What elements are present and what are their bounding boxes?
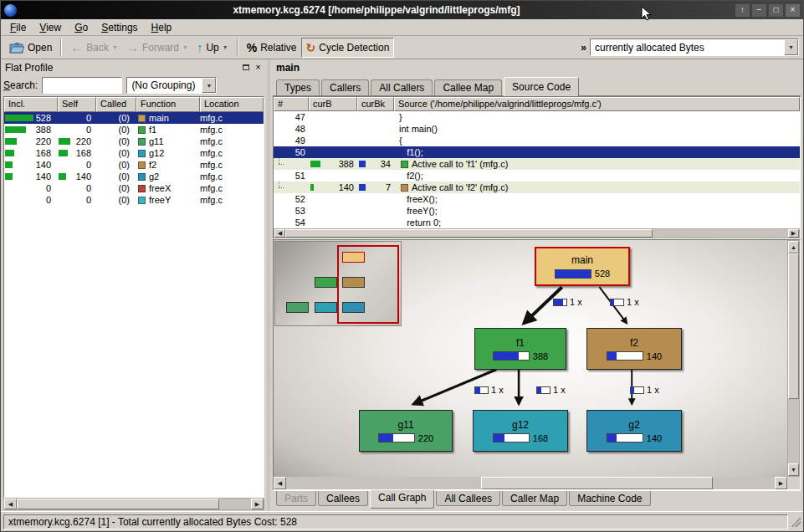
tab-call-graph[interactable]: Call Graph bbox=[370, 490, 434, 509]
tab-types[interactable]: Types bbox=[276, 79, 320, 95]
column-header-function[interactable]: Function bbox=[136, 97, 200, 112]
cost-bar bbox=[536, 386, 551, 394]
flat-profile-panel: Flat Profile × Search: (No Grouping) ▼ I… bbox=[1, 59, 267, 511]
minimize-button[interactable]: − bbox=[752, 4, 766, 17]
scroll-right-icon[interactable]: ▶ bbox=[251, 499, 264, 509]
tab-callees[interactable]: Callees bbox=[318, 491, 368, 506]
source-call-annotation[interactable]: 140 7 Active call to 'f2' (mfg.c) bbox=[274, 182, 800, 193]
back-dropdown-icon: ▼ bbox=[112, 44, 118, 50]
source-line[interactable]: 47 } bbox=[274, 111, 800, 123]
column-header-source[interactable]: Source ('/home/philippe/valgrind/littlep… bbox=[394, 97, 800, 111]
column-header-called[interactable]: Called bbox=[96, 97, 136, 112]
menu-help[interactable]: Help bbox=[145, 20, 179, 35]
source-line[interactable]: 54 return 0; bbox=[274, 217, 800, 228]
graph-node-g12[interactable]: g12 168 bbox=[473, 410, 568, 452]
row-f1[interactable]: 388 0 (0) f1 mfg.c bbox=[4, 124, 264, 136]
tab-callee-map[interactable]: Callee Map bbox=[434, 79, 502, 95]
graph-node-g2[interactable]: g2 140 bbox=[586, 410, 682, 452]
scrollbar-thumb[interactable] bbox=[481, 477, 712, 489]
source-line-selected[interactable]: 50 f1(); bbox=[274, 146, 800, 158]
overview-node-g11 bbox=[286, 302, 309, 313]
tab-source-code[interactable]: Source Code bbox=[504, 77, 579, 96]
tab-all-callers[interactable]: All Callers bbox=[371, 79, 433, 95]
event-type-selector[interactable]: currently allocated Bytes ▼ bbox=[590, 38, 799, 56]
cycle-detection-button[interactable]: ↻ Cycle Detection bbox=[301, 38, 395, 58]
close-button[interactable]: × bbox=[786, 4, 800, 17]
graph-overview[interactable] bbox=[274, 241, 402, 326]
horizontal-scrollbar[interactable]: ◀ ▶ bbox=[274, 228, 800, 238]
title-bar[interactable]: xtmemory.kcg.6274 [/home/philippe/valgri… bbox=[1, 1, 803, 19]
column-header-self[interactable]: Self bbox=[58, 97, 96, 112]
scrollbar-thumb[interactable] bbox=[285, 229, 653, 238]
dock-float-button[interactable] bbox=[239, 62, 252, 74]
source-line[interactable]: 53 freeY(); bbox=[274, 205, 800, 217]
horizontal-scrollbar[interactable]: ◀ ▶ bbox=[274, 477, 787, 489]
row-g11[interactable]: 220 220 (0) g11 mfg.c bbox=[4, 136, 264, 147]
maximize-button[interactable]: □ bbox=[769, 4, 783, 17]
cost-bar bbox=[310, 184, 324, 191]
source-line[interactable]: 51 f2(); bbox=[274, 170, 800, 182]
scroll-right-icon[interactable]: ▶ bbox=[775, 477, 787, 489]
tab-caller-map[interactable]: Caller Map bbox=[502, 491, 567, 506]
scroll-left-icon[interactable]: ◀ bbox=[274, 477, 286, 489]
graph-node-main[interactable]: main 528 bbox=[535, 247, 630, 286]
column-header-incl[interactable]: Incl. bbox=[4, 97, 58, 112]
scroll-right-icon[interactable]: ▶ bbox=[788, 229, 799, 238]
call-graph-canvas[interactable]: 1 x 1 x 1 x 1 x 1 x bbox=[274, 240, 787, 477]
forward-button[interactable]: → Forward ▼ bbox=[122, 38, 192, 58]
column-header-curBk[interactable]: curBk bbox=[357, 97, 394, 111]
scroll-left-icon[interactable]: ◀ bbox=[274, 229, 285, 238]
grouping-selector[interactable]: (No Grouping) ▼ bbox=[126, 77, 217, 94]
detail-tab-bar: Types Callers All Callers Callee Map Sou… bbox=[273, 76, 801, 96]
dock-header: Flat Profile × bbox=[3, 60, 264, 74]
up-button[interactable]: ↑ Up ▼ bbox=[192, 38, 233, 58]
dock-close-button[interactable]: × bbox=[252, 62, 264, 74]
cost-bar bbox=[555, 269, 591, 279]
source-line[interactable]: 52 freeX(); bbox=[274, 193, 800, 205]
tab-machine-code[interactable]: Machine Code bbox=[569, 491, 650, 506]
scroll-up-icon[interactable]: ▲ bbox=[788, 241, 799, 253]
scroll-down-icon[interactable]: ▼ bbox=[788, 463, 799, 476]
row-g12[interactable]: 168 168 (0) g12 mfg.c bbox=[4, 147, 264, 159]
scrollbar-thumb[interactable] bbox=[788, 253, 799, 399]
source-line[interactable]: 49 { bbox=[274, 135, 800, 146]
tab-parts[interactable]: Parts bbox=[276, 491, 316, 506]
function-color-icon bbox=[138, 197, 146, 204]
shade-button[interactable]: ↑ bbox=[735, 4, 750, 17]
horizontal-scrollbar[interactable]: ◀ ▶ bbox=[3, 498, 264, 510]
row-g2[interactable]: 140 140 (0) g2 mfg.c bbox=[4, 171, 264, 182]
menu-file[interactable]: File bbox=[3, 20, 33, 35]
row-freeY[interactable]: 0 0 (0) freeY mfg.c bbox=[4, 194, 264, 206]
menu-settings[interactable]: Settings bbox=[95, 20, 144, 35]
column-header-line[interactable]: # bbox=[274, 97, 309, 111]
vertical-scrollbar[interactable]: ▲ ▼ bbox=[787, 240, 800, 477]
tab-all-callees[interactable]: All Callees bbox=[436, 491, 500, 506]
tab-callers[interactable]: Callers bbox=[321, 79, 369, 95]
back-button[interactable]: ← Back ▼ bbox=[66, 38, 122, 58]
graph-node-f1[interactable]: f1 388 bbox=[474, 328, 566, 370]
toolbar-overflow-button[interactable]: » bbox=[577, 40, 590, 55]
menu-go[interactable]: Go bbox=[68, 20, 95, 35]
row-f2[interactable]: 140 0 (0) f2 mfg.c bbox=[4, 159, 264, 171]
resize-grip[interactable] bbox=[791, 517, 801, 527]
source-line[interactable]: 48 int main() bbox=[274, 123, 800, 135]
source-body: 47 } 48 int main() 49 { bbox=[274, 111, 800, 228]
row-freeX[interactable]: 0 0 (0) freeX mfg.c bbox=[4, 182, 264, 194]
column-header-location[interactable]: Location bbox=[200, 97, 264, 112]
row-main[interactable]: 528 0 (0) main mfg.c bbox=[4, 112, 264, 124]
graph-node-g11[interactable]: g11 220 bbox=[359, 410, 453, 452]
edge-label-f1-g11: 1 x bbox=[474, 385, 504, 395]
search-input[interactable] bbox=[42, 77, 122, 94]
cost-bar bbox=[553, 299, 567, 306]
scroll-left-icon[interactable]: ◀ bbox=[4, 499, 17, 509]
graph-node-f2[interactable]: f2 140 bbox=[586, 328, 682, 370]
scrollbar-thumb[interactable] bbox=[17, 499, 219, 509]
cost-bar bbox=[630, 386, 644, 394]
menu-view[interactable]: View bbox=[33, 20, 68, 35]
column-header-curB[interactable]: curB bbox=[309, 97, 357, 111]
overview-viewport[interactable] bbox=[337, 245, 399, 324]
relative-button[interactable]: % Relative bbox=[243, 38, 301, 58]
up-dropdown-icon: ▼ bbox=[223, 44, 228, 50]
source-call-annotation[interactable]: 388 34 Active call to 'f1' (mfg.c) bbox=[274, 158, 800, 170]
open-button[interactable]: Open bbox=[5, 38, 56, 58]
